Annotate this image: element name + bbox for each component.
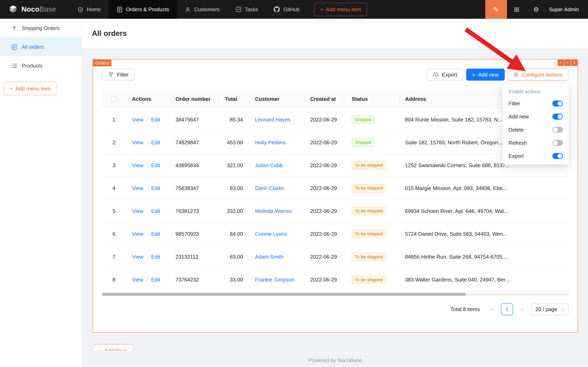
address-cell: 383 Walter Gardens, Suite 040, 24947, Be…	[399, 268, 569, 291]
edit-link[interactable]: Edit	[151, 162, 160, 168]
column-header-status[interactable]: Status	[346, 90, 399, 108]
horizontal-scrollbar-thumb[interactable]	[102, 293, 466, 296]
row-actions-cell: ViewEdit	[126, 154, 169, 177]
chevron-left-icon: ‹	[491, 306, 493, 313]
toggle-switch[interactable]	[553, 100, 563, 106]
configure-actions-button[interactable]: ⚙ Configure actions	[508, 69, 568, 81]
customer-cell: Julian Cobb	[249, 154, 304, 177]
customer-link[interactable]: Melinda Warren	[255, 208, 292, 214]
customer-link[interactable]: Holly Perkins	[255, 140, 286, 146]
add-menu-item-button[interactable]: + Add menu item	[314, 3, 367, 16]
block-menu-icon[interactable]: ≡	[571, 60, 577, 66]
filter-button[interactable]: Filter	[102, 69, 135, 81]
page-size-select[interactable]: 20 / page	[531, 303, 568, 315]
view-link[interactable]: View	[132, 231, 143, 237]
toggle-switch[interactable]	[553, 140, 563, 146]
sidebar-item-shipping-orders[interactable]: Shipping Orders	[0, 19, 82, 38]
settings-button[interactable]: ⚙	[526, 0, 546, 19]
column-header-actions[interactable]: Actions	[126, 90, 169, 108]
customer-link[interactable]: Darin Clarke	[255, 185, 284, 191]
customer-cell: Connie Lyons	[249, 223, 304, 246]
order-number-cell: 75638347	[169, 177, 219, 200]
created-at-cell: 2022-06-29	[304, 131, 346, 154]
add-new-button[interactable]: + Add new	[466, 69, 505, 81]
prev-page-button[interactable]: ‹	[486, 303, 498, 315]
enable-action-item[interactable]: Add new	[504, 110, 567, 123]
edit-link[interactable]: Edit	[151, 231, 160, 237]
gear-icon: ⚙	[514, 71, 519, 78]
view-link[interactable]: View	[132, 254, 143, 260]
enable-action-item[interactable]: Delete	[504, 123, 567, 136]
enable-action-item[interactable]: Export	[504, 149, 567, 162]
status-tag: Shipped	[352, 116, 374, 124]
view-link[interactable]: View	[132, 185, 143, 191]
view-link[interactable]: View	[132, 117, 143, 123]
table-row: 1 ViewEdit 38475647 85.34 Leonard Hayes …	[102, 108, 569, 131]
add-block-button[interactable]: + Add block	[93, 344, 134, 350]
view-link[interactable]: View	[132, 140, 143, 146]
enable-action-item[interactable]: Filter	[504, 97, 567, 110]
edit-link[interactable]: Edit	[151, 208, 160, 214]
powered-by-footer: Powered by NocoBase	[82, 357, 588, 363]
plus-icon: +	[320, 6, 323, 12]
filter-icon	[108, 72, 114, 78]
user-menu[interactable]: Super Admin	[546, 6, 588, 12]
toggle-switch[interactable]	[553, 114, 563, 119]
next-page-button[interactable]: ›	[516, 303, 528, 315]
view-link[interactable]: View	[132, 162, 143, 168]
view-link[interactable]: View	[132, 208, 143, 214]
nav-tab-orders-products[interactable]: Orders & Products	[109, 0, 177, 19]
ui-editor-button[interactable]: ✎	[485, 0, 507, 19]
drag-handle-icon[interactable]: +	[558, 60, 564, 66]
sidebar-item-all-orders[interactable]: All orders	[0, 38, 82, 56]
divider	[147, 232, 147, 237]
column-header-created-at[interactable]: Created at	[304, 90, 346, 108]
toggle-switch[interactable]	[553, 153, 563, 158]
column-header-order-number[interactable]: Order number	[169, 90, 219, 108]
divider	[147, 186, 147, 191]
customer-link[interactable]: Frankie Simpson	[255, 277, 294, 283]
add-block-icon[interactable]: +	[564, 60, 571, 66]
view-link[interactable]: View	[132, 277, 143, 283]
edit-link[interactable]: Edit	[151, 117, 160, 123]
column-header-total[interactable]: Total	[219, 90, 249, 108]
export-button[interactable]: Export	[427, 69, 463, 81]
divider	[147, 140, 147, 145]
customer-link[interactable]: Connie Lyons	[255, 231, 287, 237]
edit-link[interactable]: Edit	[151, 254, 160, 260]
column-header-customer[interactable]: Customer	[249, 90, 304, 108]
enable-action-item[interactable]: Refresh	[504, 136, 567, 149]
customer-cell: Darin Clarke	[249, 177, 304, 200]
divider	[147, 277, 147, 283]
status-tag: To be shipped	[352, 276, 386, 284]
plugin-manager-button[interactable]: ⊞	[507, 0, 527, 19]
divider	[147, 163, 147, 168]
row-index-cell: 1	[102, 108, 126, 131]
select-all-checkbox[interactable]	[111, 96, 117, 102]
content-area: Orders + + ≡ Filter	[82, 48, 588, 367]
edit-link[interactable]: Edit	[151, 140, 160, 146]
customer-link[interactable]: Julian Cobb	[255, 162, 283, 168]
edit-link[interactable]: Edit	[151, 185, 160, 191]
horizontal-scrollbar	[102, 293, 569, 296]
customer-link[interactable]: Adam Smith	[255, 254, 284, 260]
chevron-right-icon: ›	[521, 306, 523, 313]
page-number-button[interactable]: 1	[501, 303, 513, 315]
toggle-switch[interactable]	[553, 126, 563, 133]
sidebar-add-menu-item-button[interactable]: + Add menu item	[4, 82, 57, 95]
nav-tab-tasks[interactable]: Tasks	[227, 0, 266, 19]
nav-tab-github[interactable]: GitHub	[266, 0, 308, 19]
configure-actions-dropdown: Enable actions Filter Add new Delete Ref…	[503, 84, 569, 165]
sidebar-item-products[interactable]: Products	[0, 56, 82, 75]
divider	[147, 209, 147, 214]
nav-tab-customers[interactable]: Customers	[177, 0, 227, 19]
address-cell: 5724 Daniel Drive, Suite 563, 54403, Wen…	[399, 223, 569, 246]
brand-logo[interactable]: NocoBase	[0, 5, 64, 14]
chevron-down-icon	[561, 307, 565, 311]
nav-tab-home[interactable]: Home	[70, 0, 109, 19]
row-actions-cell: ViewEdit	[126, 200, 169, 223]
customer-link[interactable]: Leonard Hayes	[255, 117, 291, 123]
status-cell: To be shipped	[346, 268, 399, 291]
edit-link[interactable]: Edit	[151, 277, 160, 283]
customer-cell: Holly Perkins	[249, 131, 304, 154]
